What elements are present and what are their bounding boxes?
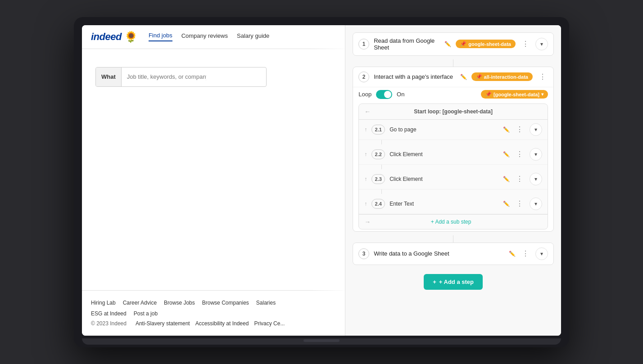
connector-2-1-2-2 [359,140,548,144]
footer-links: Hiring Lab Career Advice Browse Jobs Bro… [91,300,336,306]
footer-anti-slavery[interactable]: Anti-Slavery statement [136,320,190,327]
substep-2-3-edit-icon[interactable]: ✏️ [503,176,510,182]
loop-arrow-left-icon: ← [364,108,371,115]
step-3-title: Write data to a Google Sheet [374,250,504,257]
connector-line-2 [453,235,453,243]
substep-2-3-up-icon[interactable]: ↑ [364,176,367,182]
connector-1-2 [353,59,554,67]
step-2-title: Interact with a page's interface [374,73,455,80]
substep-2-2-menu-button[interactable]: ⋮ [514,149,525,160]
step-1-collapse-button[interactable]: ▾ [535,38,548,50]
nav-find-jobs[interactable]: Find jobs [149,32,172,41]
substep-2-4-collapse-button[interactable]: ▾ [530,198,542,210]
connector-2-2-2-3 [359,165,548,169]
footer-accessibility[interactable]: Accessibility at Indeed [195,320,249,327]
nav-company-reviews[interactable]: Company reviews [181,32,228,41]
step-2-tag-label: all-interaction-data [484,74,528,80]
substep-2-4-title: Enter Text [389,201,498,207]
substep-2-2-collapse-button[interactable]: ▾ [530,148,542,161]
footer-bottom: ESG at Indeed Post a job [91,310,336,317]
step-3-header: 3 Write data to a Google Sheet ✏️ ⋮ ▾ [353,243,553,265]
sub-connector-line-2 [381,165,382,169]
step-2-header: 2 Interact with a page's interface ✏️ 📌 … [353,67,553,87]
step-3-collapse-button[interactable]: ▾ [535,247,548,260]
substep-2-4-number: 2.4 [371,199,385,209]
step-3-number: 3 [358,248,369,259]
add-substep-button[interactable]: + Add a sub step [431,219,471,225]
footer-link-browse-companies[interactable]: Browse Companies [202,300,249,306]
substep-2-1-collapse-button[interactable]: ▾ [530,123,542,136]
sub-connector-line-3 [381,189,382,194]
footer-link-hiring-lab[interactable]: Hiring Lab [91,300,116,306]
add-substep-row: → + Add a sub step [359,214,548,229]
footer-esg[interactable]: ESG at Indeed [91,310,127,317]
laptop-base [82,338,561,345]
step-1-header: 1 Read data from Google Sheet ✏️ 📌 googl… [353,33,553,55]
substep-2-2-title: Click Element [389,151,498,157]
step-1-edit-icon[interactable]: ✏️ [444,41,451,47]
step-1-tag[interactable]: 📌 google-sheet-data [456,40,516,48]
indeed-header: indeed 🌻 Find jobs Company reviews Salar… [82,25,345,49]
loop-label: Loop [358,91,371,98]
substep-2-4: ↑ 2.4 Enter Text ✏️ ⋮ ▾ [359,194,548,214]
footer-link-salaries[interactable]: Salaries [256,300,276,306]
loop-toggle[interactable] [376,90,392,99]
copyright-text: © 2023 Indeed [91,320,127,327]
substep-2-3-collapse-button[interactable]: ▾ [530,173,542,185]
step-1: 1 Read data from Google Sheet ✏️ 📌 googl… [353,32,554,56]
footer-link-browse-jobs[interactable]: Browse Jobs [164,300,195,306]
loop-tag-icon: 📌 [485,91,492,97]
search-input[interactable] [122,67,212,86]
substep-2-2-number: 2.2 [371,149,385,159]
loop-row: Loop On 📌 [google-sheet-data] ▾ [353,87,553,102]
loop-toggle-text: On [397,91,404,98]
loop-tag-label: [google-sheet-data] [494,92,539,97]
step-2-tag[interactable]: 📌 all-interaction-data [471,72,533,81]
substep-2-4-edit-icon[interactable]: ✏️ [503,201,510,207]
substep-2-1: ↑ 2.1 Go to page ✏️ ⋮ ▾ [359,120,548,140]
substep-2-3: ↑ 2.3 Click Element ✏️ ⋮ ▾ [359,169,548,189]
indeed-footer: Hiring Lab Career Advice Browse Jobs Bro… [82,290,345,336]
step-3-edit-icon[interactable]: ✏️ [509,251,516,257]
substep-2-1-edit-icon[interactable]: ✏️ [503,126,510,133]
substep-2-2-edit-icon[interactable]: ✏️ [503,151,510,157]
indeed-logo: indeed 🌻 [91,31,138,43]
substep-2-1-menu-button[interactable]: ⋮ [514,124,525,135]
footer-link-career-advice[interactable]: Career Advice [123,300,157,306]
step-2: 2 Interact with a page's interface ✏️ 📌 … [353,67,554,232]
substep-2-2-up-icon[interactable]: ↑ [364,151,367,157]
indeed-nav: Find jobs Company reviews Salary guide [149,32,269,41]
connector-line [453,59,453,67]
substep-2-2: ↑ 2.2 Click Element ✏️ ⋮ ▾ [359,144,548,165]
footer-post-job[interactable]: Post a job [134,310,158,317]
connector-2-3-2-4 [359,189,548,194]
step-2-number: 2 [358,72,369,82]
step-1-tag-icon: 📌 [460,41,466,47]
loop-start-text: Start loop: [google-sheet-data] [414,108,493,115]
substep-2-4-menu-button[interactable]: ⋮ [514,198,525,209]
search-box: What [95,67,267,87]
add-step-icon: + [433,279,436,285]
substep-2-4-up-icon[interactable]: ↑ [364,201,367,207]
indeed-body: What [82,49,345,290]
step-2-tag-icon: 📌 [476,74,482,80]
step-2-menu-button[interactable]: ⋮ [537,72,548,82]
substep-2-3-menu-button[interactable]: ⋮ [514,174,525,184]
footer-privacy[interactable]: Privacy Ce... [254,320,285,327]
indeed-logo-flower: 🌻 [124,31,138,43]
nav-salary-guide[interactable]: Salary guide [237,32,269,41]
loop-tag[interactable]: 📌 [google-sheet-data] ▾ [481,90,548,99]
laptop-screen: indeed 🌻 Find jobs Company reviews Salar… [82,25,561,336]
search-label: What [96,67,122,86]
loop-start-banner: ← Start loop: [google-sheet-data] [359,104,548,120]
step-1-number: 1 [358,39,369,49]
substep-2-1-up-icon[interactable]: ↑ [364,126,367,133]
step-1-menu-button[interactable]: ⋮ [520,39,531,49]
sub-connector-line [381,140,382,144]
substep-2-1-number: 2.1 [371,125,385,135]
step-3: 3 Write data to a Google Sheet ✏️ ⋮ ▾ [353,243,554,265]
step-2-edit-icon[interactable]: ✏️ [460,74,467,80]
step-3-menu-button[interactable]: ⋮ [520,248,531,259]
add-step-button[interactable]: + + Add a step [424,274,483,290]
toggle-knob [384,91,391,98]
